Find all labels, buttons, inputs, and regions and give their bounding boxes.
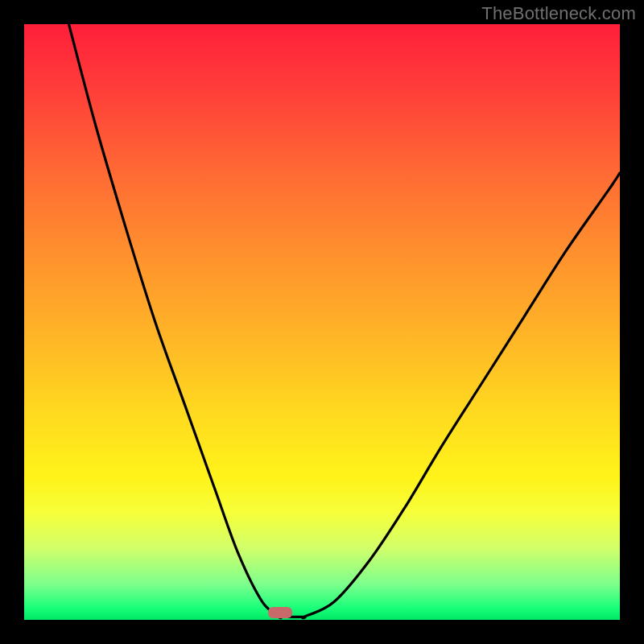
outer-frame: TheBottleneck.com (0, 0, 644, 644)
attribution-watermark: TheBottleneck.com (481, 3, 636, 24)
bottleneck-curve (24, 24, 620, 620)
optimal-point-marker (268, 607, 292, 618)
bottleneck-curve-path (69, 24, 621, 618)
